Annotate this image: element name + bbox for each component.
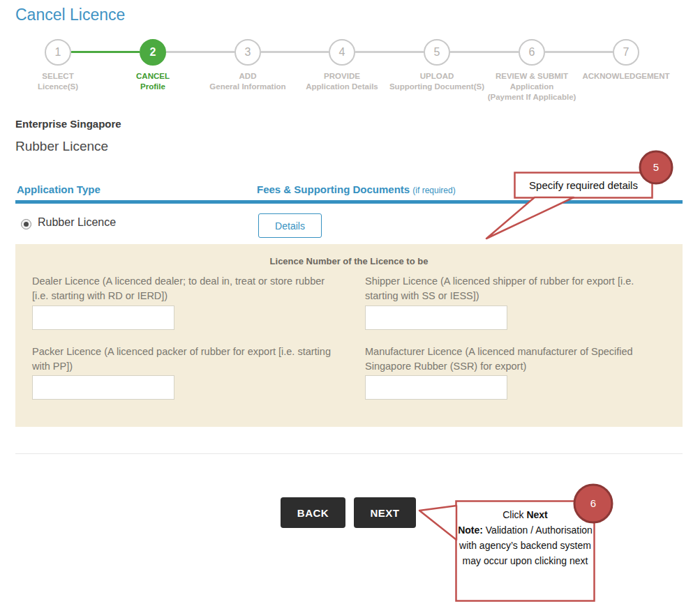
panel-heading: Licence Number of the Licence to be (15, 256, 683, 266)
radio-selected-dot (24, 222, 29, 227)
stepper-connector (450, 51, 519, 53)
section-divider (15, 453, 683, 454)
back-button[interactable]: BACK (281, 497, 345, 528)
step-circle-1[interactable]: 1 (45, 39, 71, 66)
step-circle-2-active[interactable]: 2 (140, 39, 166, 66)
step-circle-6[interactable]: 6 (519, 39, 545, 66)
step-circle-5[interactable]: 5 (424, 39, 450, 66)
callout-5-text: Specify required details (514, 172, 653, 198)
licence-title: Rubber Licence (15, 139, 108, 154)
stepper-connector (261, 51, 329, 53)
stepper-connector (545, 51, 613, 53)
manufacturer-licence-label: Manufacturer Licence (A licenced manufac… (365, 345, 665, 374)
step-circle-3[interactable]: 3 (234, 39, 261, 66)
column-header-fees-text: Fees & Supporting Documents (257, 183, 410, 195)
callout-6-text: Click Next Note: Validation / Authorisat… (458, 507, 593, 568)
callout-6-note-bold: Note: (458, 524, 483, 536)
shipper-licence-input[interactable] (365, 305, 507, 330)
packer-licence-label: Packer Licence (A licenced packer of rub… (32, 345, 343, 374)
step-label-line: ACKNOWLEDGEMENT (567, 71, 685, 82)
agency-name: Enterprise Singapore (15, 118, 121, 130)
step-label-line: (Payment If Applicable) (472, 92, 591, 103)
next-button[interactable]: NEXT (354, 497, 416, 528)
shipper-licence-label: Shipper Licence (A licenced shipper of r… (365, 274, 665, 303)
rubber-licence-radio-label: Rubber Licence (38, 216, 116, 229)
callout-5-badge-number: 5 (640, 151, 672, 183)
stepper-connector (166, 51, 234, 53)
callout-6-text-part: Click (502, 509, 526, 520)
cancel-licence-page: Cancel Licence 1 2 3 4 5 6 7 SELECT Lice… (0, 0, 700, 604)
licence-table-row: Rubber Licence Details (15, 204, 683, 244)
step-circle-4[interactable]: 4 (329, 39, 355, 66)
callout-6-pointer (419, 506, 456, 540)
stepper-connector-done (71, 51, 140, 53)
step-circle-7[interactable]: 7 (613, 39, 639, 66)
manufacturer-licence-input[interactable] (365, 375, 507, 400)
dealer-licence-label: Dealer Licence (A licenced dealer; to de… (32, 274, 343, 303)
stepper-connector (355, 51, 424, 53)
step-label-line: Application (472, 82, 591, 92)
callout-6-text-bold: Next (526, 509, 547, 520)
step-label-acknowledgement: ACKNOWLEDGEMENT (567, 71, 685, 82)
details-button[interactable]: Details (258, 213, 322, 238)
dealer-licence-input[interactable] (32, 305, 174, 330)
column-header-application-type: Application Type (17, 183, 100, 195)
column-header-fees-documents: Fees & Supporting Documents (if required… (257, 183, 456, 195)
rubber-licence-radio[interactable] (21, 219, 31, 229)
licence-number-panel: Licence Number of the Licence to be Deal… (15, 244, 683, 427)
progress-stepper: 1 2 3 4 5 6 7 SELECT Licence(S) CANCEL P… (0, 0, 700, 112)
packer-licence-input[interactable] (32, 375, 174, 400)
callout-6-badge-number: 6 (574, 485, 612, 522)
column-header-if-required-note: (if required) (412, 186, 455, 195)
